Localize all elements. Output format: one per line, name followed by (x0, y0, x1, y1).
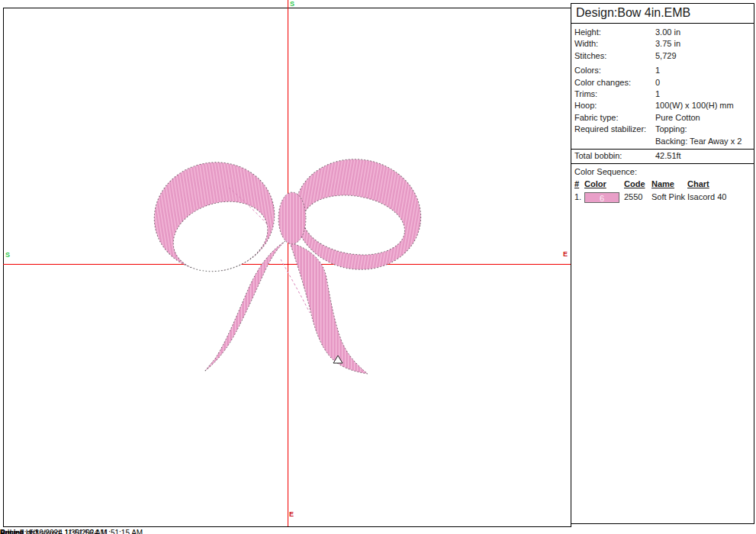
info-label: Trims: (574, 88, 655, 100)
color-sequence-section: Color Sequence: # Color Code Name Chart … (571, 164, 754, 205)
thread-code: 2550 (624, 191, 651, 203)
info-value: 42.51ft (655, 150, 681, 162)
info-value: 100(W) x 100(H) mm (655, 100, 734, 111)
color-sequence-title: Color Sequence: (574, 166, 751, 177)
bow-stitch-preview (3, 8, 571, 526)
info-row: Required stabilizer:Topping: Backing: Te… (574, 124, 751, 147)
info-row: Fabric type:Pure Cotton (574, 112, 751, 124)
info-row: Hoop:100(W) x 100(H) mm (574, 100, 751, 111)
color-sequence-rows: 1.62550Soft PinkIsacord 40 (574, 191, 751, 203)
thread-color-swatch: 6 (584, 192, 619, 203)
info-label: Height: (574, 27, 655, 38)
thread-chart: Isacord 40 (687, 191, 751, 203)
bow-knot (278, 192, 306, 244)
design-info-panel: Design:Bow 4in.EMB Height:3.00 inWidth:3… (571, 3, 754, 524)
info-value: 0 (655, 77, 660, 88)
info-row: Stitches:5,729 (574, 50, 751, 62)
info-row: Colors:1 (574, 65, 751, 76)
info-label: Color changes: (574, 77, 655, 88)
info-value: 1 (655, 88, 660, 100)
info-value: Topping: Backing: Tear Away x 2 (655, 124, 742, 147)
info-value: Pure Cotton (655, 112, 700, 124)
color-sequence-row: 1.62550Soft PinkIsacord 40 (574, 191, 751, 203)
header-code: Code (624, 179, 651, 190)
info-row: Total bobbin:42.51ft (571, 149, 754, 163)
info-label: Stitches: (574, 50, 655, 62)
info-row: Color changes:0 (574, 77, 751, 88)
info-row: Width:3.75 in (574, 38, 751, 50)
info-label: Hoop: (574, 100, 655, 111)
info-label: Colors: (574, 65, 655, 76)
header-chart: Chart (687, 179, 751, 190)
info-label: Total bobbin: (571, 150, 655, 162)
start-marker-top: S (290, 1, 294, 8)
design-title: Design:Bow 4in.EMB (571, 4, 754, 24)
info-value: 5,729 (655, 50, 677, 62)
info-row: Trims:1 (574, 88, 751, 100)
header-color: Color (584, 179, 624, 190)
color-sequence-header: # Color Code Name Chart (574, 179, 751, 190)
info-label: Required stabilizer: (574, 124, 655, 147)
thread-color-cell: 6 (584, 192, 624, 203)
info-value: 1 (655, 65, 660, 76)
info-value: 3.75 in (655, 38, 680, 50)
header-num: # (574, 179, 584, 190)
design-info-rows: Height:3.00 inWidth:3.75 inStitches:5,72… (571, 24, 754, 164)
info-label: Fabric type: (574, 112, 655, 124)
header-name: Name (651, 179, 687, 190)
info-label: Width: (574, 38, 655, 50)
thread-number: 1. (574, 191, 584, 203)
thread-name: Soft Pink (651, 191, 687, 203)
footer-page-number: Page 1 of 1 (0, 529, 39, 534)
info-row: Height:3.00 in (574, 27, 751, 38)
info-value: 3.00 in (655, 27, 680, 38)
